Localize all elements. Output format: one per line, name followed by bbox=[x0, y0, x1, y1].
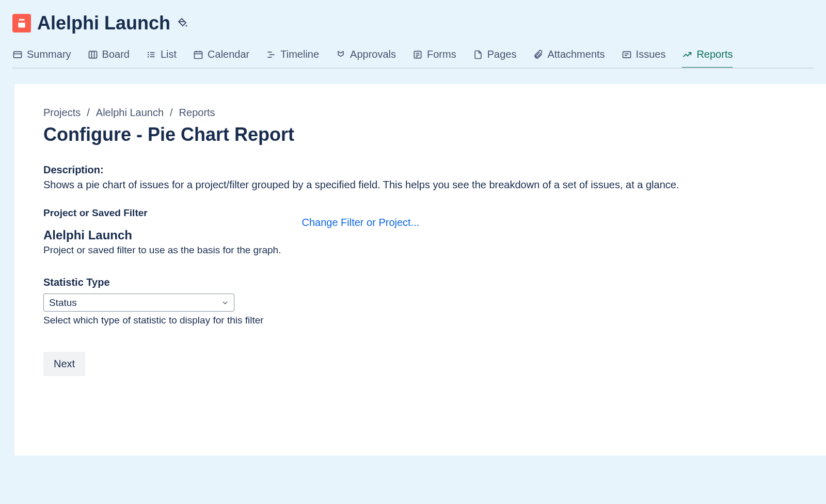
tab-pages[interactable]: Pages bbox=[473, 44, 517, 68]
tab-attachments[interactable]: Attachments bbox=[533, 44, 605, 68]
filter-help-text: Project or saved filter to use as the ba… bbox=[43, 245, 281, 256]
tab-label: Forms bbox=[427, 48, 456, 60]
pages-icon bbox=[473, 50, 483, 60]
tabs-row: Summary Board List Calendar Timeline bbox=[12, 44, 814, 69]
attachments-icon bbox=[533, 50, 543, 60]
svg-point-4 bbox=[186, 25, 187, 27]
tab-calendar[interactable]: Calendar bbox=[193, 44, 249, 68]
header: Alelphi Launch Summary Board List bbox=[0, 0, 826, 69]
breadcrumb-reports[interactable]: Reports bbox=[179, 107, 215, 119]
tab-label: Pages bbox=[487, 48, 517, 60]
tab-label: Issues bbox=[636, 48, 666, 60]
tab-label: Board bbox=[102, 48, 130, 60]
breadcrumb-project[interactable]: Alelphi Launch bbox=[96, 107, 164, 119]
svg-rect-0 bbox=[19, 19, 25, 21]
change-filter-link[interactable]: Change Filter or Project... bbox=[301, 217, 419, 229]
svg-rect-3 bbox=[19, 23, 25, 27]
filter-section: Project or Saved Filter Alelphi Launch P… bbox=[43, 207, 797, 256]
reports-icon bbox=[682, 50, 692, 60]
tab-board[interactable]: Board bbox=[88, 44, 130, 68]
description-label: Description: bbox=[43, 164, 797, 176]
tab-timeline[interactable]: Timeline bbox=[266, 44, 319, 68]
svg-rect-2 bbox=[19, 21, 25, 23]
svg-point-10 bbox=[148, 52, 149, 53]
svg-rect-7 bbox=[89, 51, 97, 58]
page-title: Configure - Pie Chart Report bbox=[43, 124, 797, 145]
tab-label: Timeline bbox=[280, 48, 319, 60]
tab-summary[interactable]: Summary bbox=[12, 44, 71, 68]
tab-label: Approvals bbox=[350, 48, 396, 60]
svg-rect-15 bbox=[150, 56, 154, 57]
tab-approvals[interactable]: Approvals bbox=[336, 44, 396, 68]
content-wrapper: Projects / Alelphi Launch / Reports Conf… bbox=[0, 69, 826, 456]
svg-point-14 bbox=[148, 56, 149, 57]
breadcrumb-separator: / bbox=[170, 107, 173, 119]
tab-forms[interactable]: Forms bbox=[412, 44, 456, 68]
filter-label: Project or Saved Filter bbox=[43, 207, 281, 219]
svg-rect-11 bbox=[150, 52, 154, 53]
forms-icon bbox=[412, 50, 423, 60]
board-icon bbox=[88, 50, 98, 60]
breadcrumbs: Projects / Alelphi Launch / Reports bbox=[43, 107, 797, 119]
breadcrumb-projects[interactable]: Projects bbox=[43, 107, 81, 119]
approvals-icon bbox=[336, 50, 346, 60]
svg-rect-13 bbox=[150, 54, 154, 55]
tab-list[interactable]: List bbox=[146, 44, 177, 68]
project-title-row: Alelphi Launch bbox=[12, 12, 814, 34]
breadcrumb-separator: / bbox=[87, 107, 90, 119]
svg-rect-16 bbox=[195, 52, 202, 58]
description-text: Shows a pie chart of issues for a projec… bbox=[43, 179, 797, 191]
statistic-select[interactable]: Status bbox=[43, 294, 234, 312]
calendar-icon bbox=[193, 50, 203, 60]
content: Projects / Alelphi Launch / Reports Conf… bbox=[14, 84, 826, 456]
tab-label: Calendar bbox=[208, 48, 249, 60]
tab-label: Summary bbox=[27, 48, 71, 60]
summary-icon bbox=[12, 50, 23, 60]
tab-label: List bbox=[161, 48, 177, 60]
project-title: Alelphi Launch bbox=[37, 12, 170, 34]
next-button[interactable]: Next bbox=[43, 352, 85, 376]
timeline-icon bbox=[266, 50, 276, 60]
svg-rect-5 bbox=[14, 52, 22, 58]
issues-icon bbox=[622, 50, 632, 60]
selected-project: Alelphi Launch bbox=[43, 228, 281, 242]
tab-label: Attachments bbox=[547, 48, 605, 60]
statistic-label: Statistic Type bbox=[43, 277, 797, 288]
statistic-section: Statistic Type Status Select which type … bbox=[43, 277, 797, 326]
tab-label: Reports bbox=[696, 48, 733, 60]
paint-bucket-icon[interactable] bbox=[177, 17, 189, 29]
svg-point-12 bbox=[148, 54, 149, 55]
tab-issues[interactable]: Issues bbox=[622, 44, 666, 68]
project-icon bbox=[12, 14, 31, 32]
tab-reports[interactable]: Reports bbox=[682, 44, 733, 68]
svg-rect-24 bbox=[623, 52, 630, 58]
statistic-select-wrapper: Status bbox=[43, 294, 234, 312]
statistic-help-text: Select which type of statistic to displa… bbox=[43, 315, 797, 326]
list-icon bbox=[146, 50, 156, 60]
